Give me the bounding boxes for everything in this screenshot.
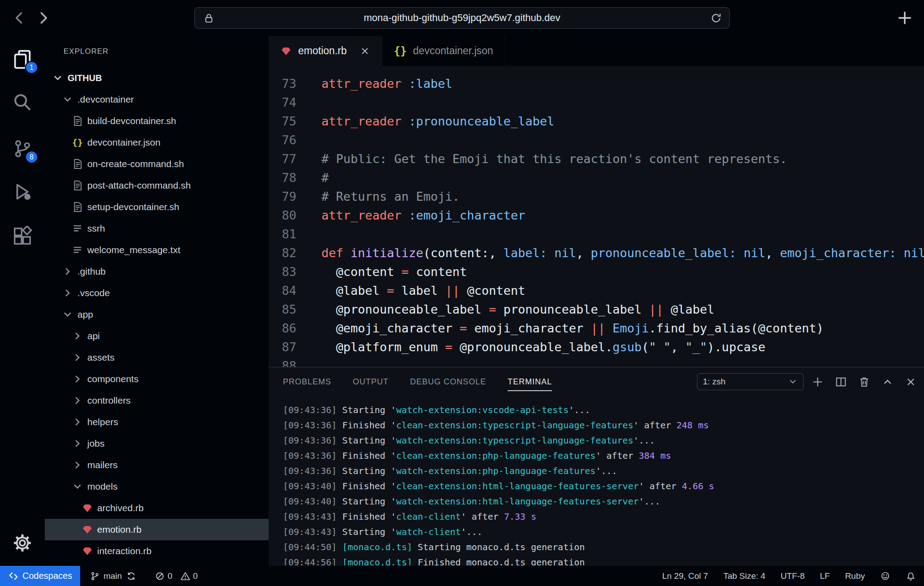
- tree-item-controllers[interactable]: controllers: [45, 390, 269, 411]
- code-line-81[interactable]: 81: [269, 225, 924, 244]
- chevron-right-icon: [72, 416, 83, 428]
- tree-item-welcome-message-txt[interactable]: welcome_message.txt: [45, 239, 269, 261]
- branch-status-button[interactable]: main: [90, 571, 122, 581]
- split-terminal-icon[interactable]: [835, 376, 847, 388]
- json-file-icon: {}: [72, 137, 83, 148]
- tree-item-devcontainer[interactable]: .devcontainer: [45, 89, 269, 110]
- tree-item-label: api: [87, 331, 100, 341]
- panel-tab-problems[interactable]: PROBLEMS: [283, 377, 331, 391]
- settings-gear-button[interactable]: [8, 529, 37, 557]
- code-line-77[interactable]: 77# Public: Get the Emoji that this reac…: [269, 150, 924, 168]
- code-token: @pronounceable_label.: [453, 340, 613, 354]
- encoding-status[interactable]: UTF-8: [781, 571, 805, 581]
- tree-item-helpers[interactable]: helpers: [45, 411, 269, 433]
- code-line-88[interactable]: 88: [269, 357, 924, 367]
- problems-status-button[interactable]: 0 0: [155, 571, 197, 581]
- list-file-icon: [72, 223, 83, 234]
- tree-item-ssrh[interactable]: ssrh: [45, 218, 269, 239]
- codespaces-status-button[interactable]: Codespaces: [0, 566, 80, 586]
- terminal-token: ' after: [639, 481, 682, 491]
- tree-item-api[interactable]: api: [45, 325, 269, 347]
- code-line-73[interactable]: 73attr_reader :label: [269, 74, 924, 93]
- activity-source-control-button[interactable]: 8: [8, 134, 37, 163]
- terminal-token: [09:43:36]: [283, 435, 342, 446]
- tree-item-interaction-rb[interactable]: interaction.rb: [45, 540, 269, 562]
- tree-item-github[interactable]: .github: [45, 261, 269, 282]
- editor-tab-emotion-rb[interactable]: emotion.rb: [269, 36, 382, 66]
- terminal-line-9: [09:43:43] Starting 'watch-client'...: [283, 524, 924, 539]
- editor-tab-devcontainer-json[interactable]: {}devcontainer.json: [382, 36, 505, 66]
- tree-root-github[interactable]: GITHUB: [45, 67, 269, 89]
- cursor-position-status[interactable]: Ln 29, Col 7: [662, 571, 708, 581]
- code-token: Emoji: [612, 321, 649, 335]
- tree-item-archived-rb[interactable]: archived.rb: [45, 497, 269, 519]
- tree-item-post-attach-command-sh[interactable]: post-attach-command.sh: [45, 175, 269, 196]
- close-icon[interactable]: [359, 46, 370, 56]
- tree-item-devcontainer-json[interactable]: {}devcontainer.json: [45, 132, 269, 153]
- code-area[interactable]: 73attr_reader :label7475attr_reader :pro…: [269, 66, 924, 367]
- terminal-token: '...: [639, 496, 660, 507]
- code-line-78[interactable]: 78#: [269, 168, 924, 187]
- terminal-token: '...: [569, 405, 590, 415]
- eol-status[interactable]: LF: [820, 571, 830, 581]
- errors-icon: [155, 571, 165, 581]
- code-line-76[interactable]: 76: [269, 131, 924, 150]
- new-terminal-icon[interactable]: [812, 376, 824, 388]
- forward-icon[interactable]: [36, 10, 51, 26]
- line-number: 76: [269, 131, 296, 150]
- terminal-picker-dropdown[interactable]: 1: zsh: [697, 373, 804, 390]
- address-bar[interactable]: mona-github-github-g59jpq2w5w7.github.de…: [194, 7, 730, 29]
- activity-explorer-button[interactable]: 1: [8, 45, 37, 73]
- terminal-output[interactable]: [09:43:36] Starting 'watch-extension:vsc…: [269, 396, 924, 565]
- maximize-panel-icon[interactable]: [881, 376, 894, 388]
- activity-run-debug-button[interactable]: [8, 177, 37, 206]
- code-line-83[interactable]: 83 @content = content: [269, 263, 924, 281]
- terminal-token: [09:43:43]: [283, 526, 342, 537]
- panel-tab-output[interactable]: OUTPUT: [353, 377, 389, 391]
- tree-item-on-create-command-sh[interactable]: on-create-command.sh: [45, 153, 269, 175]
- refresh-icon[interactable]: [710, 12, 722, 24]
- tree-item-vscode[interactable]: .vscode: [45, 282, 269, 304]
- tree-item-mailers[interactable]: mailers: [45, 454, 269, 476]
- code-token: initialize: [351, 246, 424, 260]
- tab-size-status[interactable]: Tab Size: 4: [723, 571, 766, 581]
- terminal-token: Finished ': [342, 420, 396, 431]
- back-icon[interactable]: [12, 10, 27, 26]
- editor-tab-label: emotion.rb: [298, 45, 347, 57]
- code-line-75[interactable]: 75attr_reader :pronounceable_label: [269, 112, 924, 131]
- url-text[interactable]: mona-github-github-g59jpq2w5w7.github.de…: [195, 8, 729, 29]
- terminal-token: [09:43:40]: [283, 481, 342, 491]
- tree-item-emotion-rb[interactable]: emotion.rb: [45, 519, 269, 540]
- tree-item-jobs[interactable]: jobs: [45, 433, 269, 454]
- code-text: attr_reader :label: [321, 74, 453, 93]
- code-line-79[interactable]: 79# Returns an Emoji.: [269, 187, 924, 206]
- close-panel-icon[interactable]: [905, 376, 917, 388]
- tree-item-components[interactable]: components: [45, 368, 269, 390]
- activity-extensions-button[interactable]: [8, 222, 37, 250]
- activity-search-button[interactable]: [8, 88, 37, 116]
- code-line-80[interactable]: 80attr_reader :emoji_character: [269, 206, 924, 225]
- panel-tab-terminal[interactable]: TERMINAL: [508, 377, 552, 391]
- feedback-smiley-icon[interactable]: [880, 571, 890, 581]
- terminal-line-3: [09:43:36] Starting 'watch-extension:typ…: [283, 433, 924, 448]
- tree-item-build-devcontainer-sh[interactable]: build-devcontainer.sh: [45, 110, 269, 132]
- tree-item-setup-devcontainer-sh[interactable]: setup-devcontainer.sh: [45, 196, 269, 218]
- tree-item-assets[interactable]: assets: [45, 347, 269, 368]
- code-line-85[interactable]: 85 @pronounceable_label = pronounceable_…: [269, 300, 924, 319]
- code-line-74[interactable]: 74: [269, 93, 924, 112]
- panel-tab-debug-console[interactable]: DEBUG CONSOLE: [410, 377, 486, 391]
- tree-item-app[interactable]: app: [45, 304, 269, 325]
- line-number: 75: [269, 112, 296, 131]
- kill-terminal-icon[interactable]: [858, 376, 870, 388]
- tree-item-models[interactable]: models: [45, 476, 269, 497]
- new-tab-icon[interactable]: [896, 9, 913, 26]
- gear-icon: [12, 533, 33, 553]
- notifications-bell-icon[interactable]: [906, 571, 916, 581]
- language-mode-status[interactable]: Ruby: [845, 571, 865, 581]
- code-line-82[interactable]: 82def initialize(content:, label: nil, p…: [269, 244, 924, 263]
- code-line-86[interactable]: 86 @emoji_character = emoji_character ||…: [269, 319, 924, 338]
- tree-item-label: setup-devcontainer.sh: [87, 202, 179, 212]
- code-line-87[interactable]: 87 @platform_enum = @pronounceable_label…: [269, 338, 924, 357]
- code-line-84[interactable]: 84 @label = label || @content: [269, 281, 924, 300]
- sync-status-button[interactable]: [126, 571, 136, 581]
